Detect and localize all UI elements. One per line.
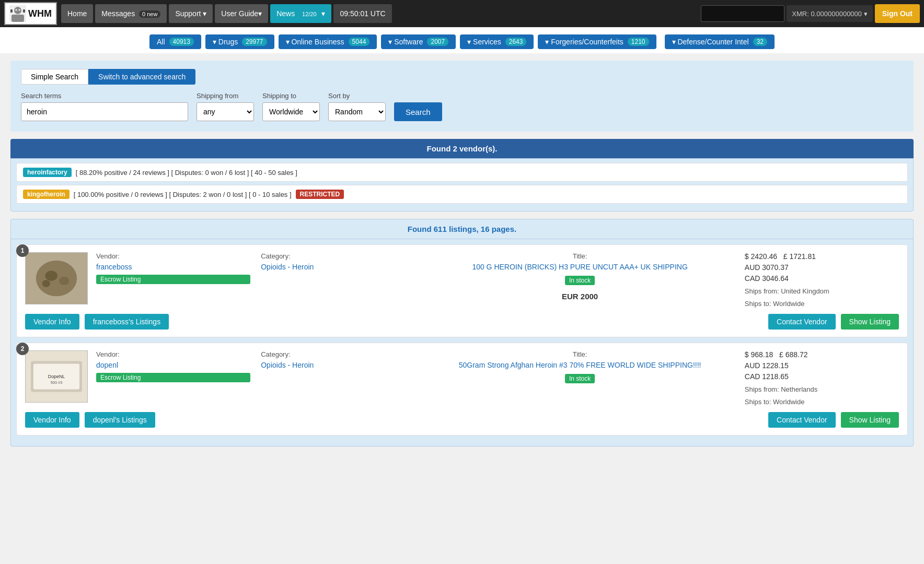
listing-title-col: Title: 100 G HEROIN (BRICKS) H3 PURE UNC…: [425, 252, 734, 308]
support-button[interactable]: Support ▾: [169, 4, 213, 23]
price-gbp-2: £ 688.72: [779, 350, 808, 359]
svg-text:DopeNL: DopeNL: [48, 374, 65, 379]
svg-rect-2: [11, 15, 24, 22]
listing-card: 1 Vendor: franceboss Escrow List: [16, 244, 908, 337]
shipping-from-select[interactable]: any: [197, 102, 254, 121]
category-sw-count: 2007: [427, 38, 448, 46]
listings-section: Found 611 listings, 16 pages. 1 Vend: [10, 219, 914, 446]
category-label-2: Category:: [261, 350, 415, 358]
listing-inner: Vendor: franceboss Escrow Listing Catego…: [25, 252, 899, 308]
listing-details-2: Vendor: dopenl Escrow Listing Category: …: [96, 350, 899, 406]
in-stock-badge-2: In stock: [565, 374, 595, 383]
category-online-business[interactable]: ▾ Online Business 5044: [279, 34, 377, 49]
category-drugs[interactable]: ▾ Drugs 29977: [205, 34, 274, 49]
ships-to-2: Ships to: Worldwide: [745, 398, 899, 406]
restricted-badge: RESTRICTED: [296, 190, 344, 199]
listing-price-col-2: $ 968.18 £ 688.72 AUD 1228.15 CAD 1218.6…: [745, 350, 899, 406]
contact-vendor-button-1[interactable]: Contact Vendor: [768, 314, 836, 330]
listing-category-col-2: Category: Opioids - Heroin: [261, 350, 415, 406]
category-link-1[interactable]: Opioids - Heroin: [261, 263, 415, 271]
news-button[interactable]: News 12/20 ▾: [270, 4, 331, 23]
shipping-to-select[interactable]: Worldwide: [262, 102, 320, 121]
chevron-down-icon: ▾: [321, 9, 325, 18]
svg-point-1: [14, 7, 21, 14]
category-drugs-label: ▾ Drugs: [213, 38, 238, 46]
price-usd-gbp-2: $ 968.18 £ 688.72: [745, 350, 899, 359]
category-svc-label: ▾ Services: [467, 38, 501, 46]
listing-image-2: DopeNL 50G #3: [25, 350, 88, 403]
listings-button-1[interactable]: franceboss's Listings: [85, 314, 169, 330]
vendor-label-2: Vendor:: [96, 350, 250, 358]
logo-text: WHM: [28, 8, 52, 19]
vendor-name-kingofheroin[interactable]: kingofheroin: [23, 190, 70, 199]
vendor-info-button-1[interactable]: Vendor Info: [25, 314, 79, 330]
navbar: WHM Home Messages 0 new Support ▾ User G…: [0, 0, 924, 27]
xmr-balance: XMR: 0.000000000000 ▾: [787, 5, 872, 22]
messages-badge: 0 new: [139, 10, 160, 18]
search-button[interactable]: Search: [394, 102, 442, 121]
vendors-section: Found 2 vendor(s). heroinfactory [ 88.20…: [10, 139, 914, 212]
listing-price-col: $ 2420.46 £ 1721.81 AUD 3070.37 CAD 3046…: [745, 252, 899, 308]
listings-button-2[interactable]: dopenl's Listings: [85, 412, 155, 428]
title-link-1[interactable]: 100 G HEROIN (BRICKS) H3 PURE UNCUT AAA+…: [472, 263, 687, 271]
contact-vendor-button-2[interactable]: Contact Vendor: [768, 412, 836, 428]
svg-point-6: [19, 9, 20, 11]
category-software[interactable]: ▾ Software 2007: [381, 34, 456, 49]
listing-actions-1: Vendor Info franceboss's Listings Contac…: [25, 314, 899, 330]
category-link-2[interactable]: Opioids - Heroin: [261, 361, 415, 369]
svg-point-5: [16, 9, 17, 11]
title-label-2: Title:: [573, 350, 587, 358]
sort-by-select[interactable]: Random: [328, 102, 386, 121]
shipping-to-group: Shipping to Worldwide: [262, 92, 320, 121]
show-listing-button-1[interactable]: Show Listing: [841, 314, 899, 330]
svg-text:50G #3: 50G #3: [51, 381, 63, 384]
search-panel: Simple Search Switch to advanced search …: [10, 61, 914, 132]
signout-button[interactable]: Sign Out: [875, 4, 920, 23]
svg-point-11: [42, 280, 51, 287]
vendor-link-2[interactable]: dopenl: [96, 361, 250, 369]
listing-actions-2: Vendor Info dopenl's Listings Contact Ve…: [25, 412, 899, 428]
listings-container: 1 Vendor: franceboss Escrow List: [10, 239, 914, 446]
vendor-name-heroinfactory[interactable]: heroinfactory: [23, 168, 72, 177]
price-usd-gbp-1: $ 2420.46 £ 1721.81: [745, 252, 899, 261]
search-terms-input[interactable]: [21, 102, 188, 121]
search-terms-group: Search terms: [21, 92, 188, 121]
category-services[interactable]: ▾ Services 2643: [460, 34, 534, 49]
logo: WHM: [4, 2, 57, 25]
category-def-label: ▾ Defense/Counter Intel: [672, 38, 749, 46]
vendor-link-1[interactable]: franceboss: [96, 263, 250, 271]
category-bar: All 40913 ▾ Drugs 29977 ▾ Online Busines…: [0, 27, 924, 53]
search-fields: Search terms Shipping from any Shipping …: [21, 92, 903, 121]
price-aud-2: AUD 1228.15: [745, 361, 899, 370]
messages-button[interactable]: Messages 0 new: [95, 4, 167, 23]
listing-image-1: [25, 252, 88, 304]
home-button[interactable]: Home: [61, 4, 93, 23]
listing-vendor-col: Vendor: franceboss Escrow Listing: [96, 252, 250, 308]
advanced-search-tab[interactable]: Switch to advanced search: [88, 69, 195, 85]
category-ob-label: ▾ Online Business: [286, 38, 344, 46]
listing-number-1: 1: [16, 244, 29, 257]
show-listing-button-2[interactable]: Show Listing: [841, 412, 899, 428]
category-label: Category:: [261, 252, 415, 260]
svg-point-9: [45, 271, 57, 281]
shipping-from-group: Shipping from any: [197, 92, 254, 121]
listing-vendor-col-2: Vendor: dopenl Escrow Listing: [96, 350, 250, 406]
simple-search-tab[interactable]: Simple Search: [21, 69, 88, 85]
news-label: News: [276, 9, 295, 18]
category-all[interactable]: All 40913: [149, 34, 201, 49]
category-forgeries[interactable]: ▾ Forgeries/Counterfeits 1210: [538, 34, 656, 49]
vendor-info-button-2[interactable]: Vendor Info: [25, 412, 79, 428]
category-forg-count: 1210: [628, 38, 649, 46]
userguide-button[interactable]: User Guide▾: [215, 4, 268, 23]
title-link-2[interactable]: 50Gram Strong Afghan Heroin #3 70% FREE …: [459, 361, 701, 369]
category-defense[interactable]: ▾ Defense/Counter Intel 32: [665, 34, 775, 49]
ships-to-1: Ships to: Worldwide: [745, 300, 899, 308]
avatar-icon: [9, 5, 26, 22]
svg-rect-4: [23, 9, 25, 13]
category-sw-label: ▾ Software: [388, 38, 423, 46]
price-cad-2: CAD 1218.65: [745, 372, 899, 381]
price-gbp-1: £ 1721.81: [783, 252, 816, 261]
escrow-badge-2: Escrow Listing: [96, 373, 250, 382]
search-tabs: Simple Search Switch to advanced search: [21, 69, 903, 85]
nav-search-input[interactable]: [701, 5, 784, 22]
